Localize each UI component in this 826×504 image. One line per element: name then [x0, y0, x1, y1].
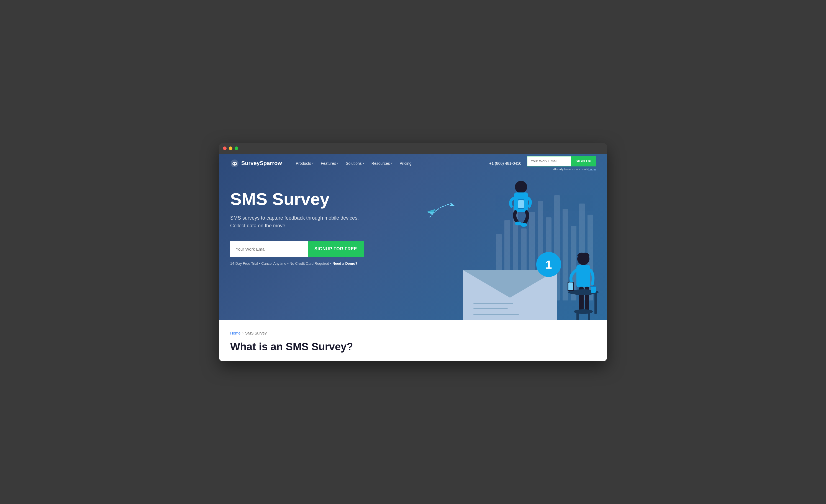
person-table-illustration	[560, 248, 607, 320]
chevron-down-icon: ▾	[312, 162, 313, 165]
hero-title: SMS Survey	[230, 190, 410, 208]
breadcrumb: Home › SMS Survey	[230, 331, 596, 335]
svg-rect-42	[569, 282, 573, 290]
envelope-illustration: 1	[457, 242, 563, 320]
nav-item-products[interactable]: Products ▾	[293, 160, 316, 167]
already-account-text: Already have an account?Login	[553, 168, 596, 171]
hero-disclaimer: 14-Day Free Trial • Cancel Anytime • No …	[230, 261, 410, 265]
svg-text:1: 1	[545, 258, 552, 271]
arrow-icon	[427, 201, 460, 223]
hero-content: SMS Survey SMS surveys to capture feedba…	[219, 173, 607, 277]
chevron-down-icon: ▾	[391, 162, 393, 165]
nav-email-input[interactable]	[527, 156, 571, 167]
chevron-down-icon: ▾	[363, 162, 364, 165]
svg-rect-32	[577, 265, 590, 287]
hero-illustration: 1	[419, 173, 607, 320]
hero-left: SMS Survey SMS surveys to capture feedba…	[230, 190, 410, 266]
section-title: What is an SMS Survey?	[230, 341, 596, 353]
hero-signup-button[interactable]: SIGNUP FOR FREE	[308, 241, 364, 257]
nav-item-features[interactable]: Features ▾	[318, 160, 341, 167]
hero-signup-form: SIGNUP FOR FREE	[230, 241, 410, 257]
svg-point-25	[515, 181, 527, 193]
close-button[interactable]	[223, 146, 227, 150]
titlebar	[219, 143, 607, 154]
browser-window: SurveySparrow Products ▾ Features ▾ Solu…	[219, 143, 607, 361]
svg-rect-38	[594, 292, 597, 314]
breadcrumb-home-link[interactable]: Home	[230, 331, 240, 335]
nav-signup-button[interactable]: SIGN UP	[571, 156, 596, 167]
demo-link[interactable]: Need a Demo?	[333, 261, 357, 265]
svg-point-30	[521, 223, 527, 227]
nav-item-solutions[interactable]: Solutions ▾	[343, 160, 367, 167]
svg-rect-28	[518, 200, 524, 208]
svg-rect-39	[591, 287, 596, 293]
svg-point-1	[233, 163, 234, 164]
chevron-down-icon: ▾	[337, 162, 339, 165]
breadcrumb-separator: ›	[242, 331, 243, 335]
person-sitting-illustration	[499, 179, 543, 234]
svg-point-2	[235, 163, 236, 164]
nav-links: Products ▾ Features ▾ Solutions ▾ Resour…	[293, 160, 489, 167]
navbar: SurveySparrow Products ▾ Features ▾ Solu…	[219, 154, 607, 173]
phone-number: +1 (800) 481-0410	[489, 161, 521, 166]
svg-rect-40	[590, 286, 596, 287]
logo-text: SurveySparrow	[241, 160, 282, 167]
nav-item-resources[interactable]: Resources ▾	[369, 160, 395, 167]
hero-email-input[interactable]	[230, 241, 308, 257]
logo[interactable]: SurveySparrow	[230, 159, 282, 168]
svg-marker-15	[449, 203, 455, 206]
minimize-button[interactable]	[229, 146, 232, 150]
login-link[interactable]: Login	[588, 168, 596, 171]
bottom-section: Home › SMS Survey What is an SMS Survey?	[219, 320, 607, 361]
svg-marker-17	[427, 209, 435, 212]
svg-point-45	[574, 309, 593, 314]
hero-section: SurveySparrow Products ▾ Features ▾ Solu…	[219, 154, 607, 320]
breadcrumb-current: SMS Survey	[245, 331, 267, 335]
nav-item-pricing[interactable]: Pricing	[397, 160, 414, 167]
logo-icon	[230, 159, 239, 168]
hero-subtitle: SMS surveys to capture feedback through …	[230, 214, 410, 230]
email-signup-form: SIGN UP	[527, 156, 596, 167]
maximize-button[interactable]	[235, 146, 238, 150]
nav-signup-area: SIGN UP Already have an account?Login	[527, 156, 596, 171]
